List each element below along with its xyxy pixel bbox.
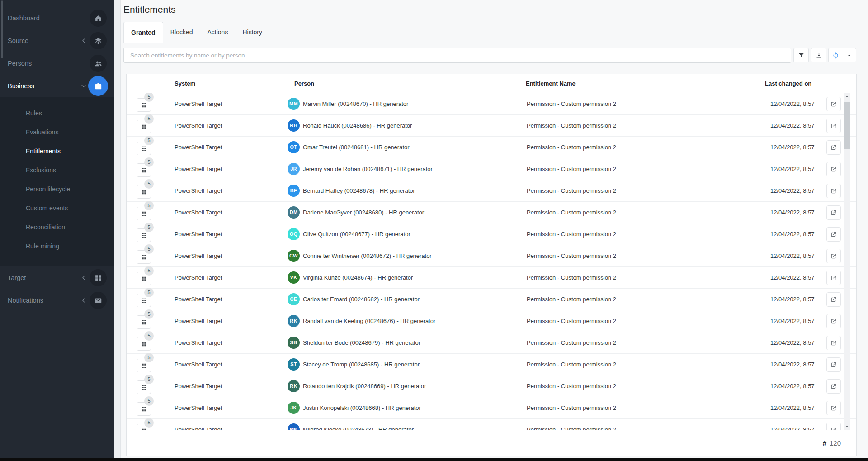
table-row: 5 PowerShell Target BF Bernard Flatley (…	[127, 180, 856, 202]
external-link-icon	[830, 144, 837, 151]
sidebar: Dashboard Source Persons Business Rules …	[0, 0, 114, 458]
sidebar-subitem-person-lifecycle[interactable]: Person lifecycle	[0, 180, 114, 199]
external-link-icon	[830, 231, 837, 238]
open-entitlement-button[interactable]	[826, 119, 841, 133]
open-entitlement-button[interactable]	[826, 227, 841, 242]
system-cell: PowerShell Target	[175, 375, 222, 397]
table-row: 5 PowerShell Target JR Jeremy van de Roh…	[127, 158, 856, 180]
open-entitlement-button[interactable]	[826, 271, 841, 285]
external-link-icon	[830, 361, 837, 368]
person-cell: Virginia Kunze (00248674) - HR generator	[303, 267, 413, 289]
scroll-down-arrow[interactable]	[844, 423, 850, 430]
sidebar-subitem-exclusions[interactable]: Exclusions	[0, 161, 114, 180]
last-changed-cell: 12/04/2022, 8:57	[770, 93, 815, 115]
grid-icon	[141, 102, 147, 108]
grid-icon[interactable]	[90, 269, 107, 286]
system-cell: PowerShell Target	[175, 223, 222, 245]
grid-icon	[141, 211, 147, 217]
sidebar-item-notifications[interactable]: Notifications	[0, 289, 114, 312]
open-entitlement-button[interactable]	[826, 357, 841, 372]
open-entitlement-button[interactable]	[826, 423, 841, 430]
tab-granted[interactable]: Granted	[123, 22, 163, 43]
table-scrollbar[interactable]	[844, 93, 850, 430]
home-icon[interactable]	[90, 10, 107, 27]
table-header: SystemPersonEntitlement NameLast changed…	[127, 74, 856, 93]
scroll-thumb[interactable]	[844, 102, 850, 149]
tab-label: Blocked	[170, 29, 193, 36]
sidebar-item-label: Source	[8, 29, 28, 52]
export-button[interactable]	[811, 48, 826, 62]
system-cell: PowerShell Target	[175, 137, 222, 158]
avatar: JR	[288, 163, 300, 175]
sidebar-item-dashboard[interactable]: Dashboard	[0, 7, 114, 29]
external-link-icon	[830, 340, 837, 346]
open-entitlement-button[interactable]	[826, 379, 841, 394]
sidebar-item-source[interactable]: Source	[0, 29, 114, 52]
tab-blocked[interactable]: Blocked	[163, 22, 200, 43]
sidebar-item-persons[interactable]: Persons	[0, 52, 114, 75]
external-link-icon	[830, 427, 837, 430]
column-header-system: System	[175, 74, 195, 93]
open-entitlement-button[interactable]	[826, 162, 841, 176]
sidebar-item-business[interactable]: Business	[0, 75, 114, 97]
open-entitlement-button[interactable]	[826, 336, 841, 350]
download-icon	[816, 52, 822, 59]
scroll-up-arrow[interactable]	[844, 93, 850, 100]
briefcase-icon[interactable]	[88, 76, 108, 96]
system-cell: PowerShell Target	[175, 245, 222, 267]
sidebar-subitem-label: Rule mining	[26, 242, 59, 250]
envelope-icon[interactable]	[90, 292, 107, 309]
main-content: Entitlements GrantedBlockedActionsHistor…	[114, 0, 868, 458]
last-changed-cell: 12/04/2022, 8:57	[770, 289, 815, 310]
sidebar-subitem-rules[interactable]: Rules	[0, 104, 114, 123]
open-entitlement-button[interactable]	[826, 205, 841, 220]
refresh-split-button	[828, 48, 856, 62]
open-entitlement-button[interactable]	[826, 184, 841, 198]
layers-icon[interactable]	[90, 32, 107, 49]
tab-history[interactable]: History	[235, 22, 269, 43]
count-badge: 5	[144, 288, 154, 297]
sidebar-subitem-evaluations[interactable]: Evaluations	[0, 123, 114, 142]
entitlement-cell: Permission - Custom permission 2	[527, 115, 616, 137]
entitlement-cell: Permission - Custom permission 2	[527, 93, 616, 115]
table-row: 5 PowerShell Target CW Connie ter Winthe…	[127, 245, 856, 267]
person-cell: Connie ter Wintheiser (00248672) - HR ge…	[303, 245, 432, 267]
person-cell: Jeremy van de Rohan (00248671) - HR gene…	[303, 158, 433, 180]
refresh-button[interactable]	[829, 48, 842, 62]
grid-icon	[141, 385, 147, 390]
page-title: Entitlements	[123, 4, 176, 15]
open-entitlement-button[interactable]	[826, 140, 841, 155]
open-entitlement-button[interactable]	[826, 249, 841, 263]
external-link-icon	[830, 166, 837, 172]
table-row: 5 PowerShell Target SB Sheldon ter Bode …	[127, 332, 856, 354]
sidebar-item-target[interactable]: Target	[0, 266, 114, 289]
refresh-options-button[interactable]	[842, 48, 856, 62]
sidebar-subitem-entitlements[interactable]: Entitlements	[0, 142, 114, 161]
sidebar-subitem-custom-events[interactable]: Custom events	[0, 199, 114, 218]
search-input[interactable]	[123, 48, 791, 63]
sidebar-gutter	[114, 0, 121, 458]
person-cell: Rolando ten Krajcik (00248669) - HR gene…	[303, 375, 426, 397]
open-entitlement-button[interactable]	[826, 97, 841, 111]
count-hash: #	[823, 439, 826, 447]
users-icon[interactable]	[90, 55, 107, 72]
count-badge: 5	[144, 244, 154, 254]
person-cell: Justin Konopelski (00248668) - HR genera…	[303, 397, 421, 419]
table-row: 5 PowerShell Target RK Rolando ten Krajc…	[127, 375, 856, 397]
refresh-icon	[832, 52, 839, 59]
open-entitlement-button[interactable]	[826, 314, 841, 328]
filter-button[interactable]	[793, 48, 809, 62]
sidebar-subitem-rule-mining[interactable]: Rule mining	[0, 237, 114, 256]
tab-actions[interactable]: Actions	[200, 22, 236, 43]
avatar: RH	[288, 119, 300, 132]
sidebar-subitem-reconciliation[interactable]: Reconciliation	[0, 218, 114, 237]
grid-icon	[141, 298, 147, 304]
external-link-icon	[830, 253, 837, 259]
system-cell: PowerShell Target	[175, 93, 222, 115]
table-row: 5 PowerShell Target OT Omar Treutel (002…	[127, 137, 856, 158]
open-entitlement-button[interactable]	[826, 401, 841, 415]
sidebar-subitem-label: Rules	[26, 109, 42, 117]
avatar: ST	[288, 358, 300, 371]
open-entitlement-button[interactable]	[826, 292, 841, 307]
system-cell: PowerShell Target	[175, 158, 222, 180]
